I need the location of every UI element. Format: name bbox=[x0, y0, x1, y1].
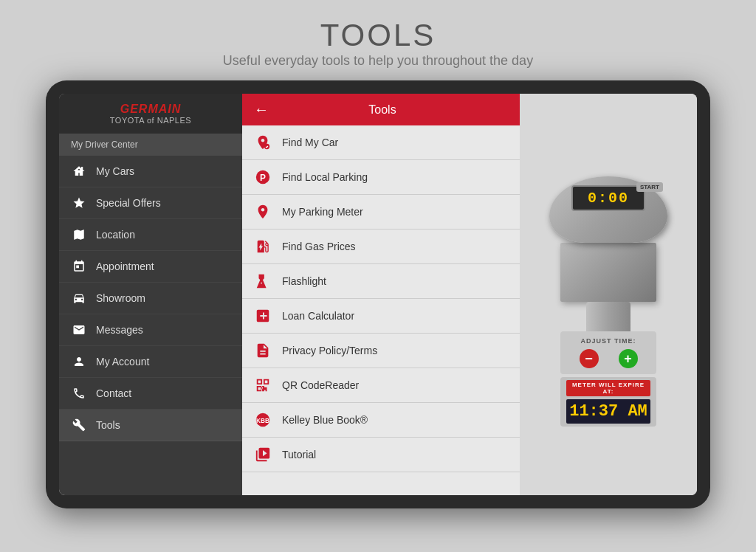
envelope-icon bbox=[71, 322, 87, 338]
meter-buttons-row: − + bbox=[569, 349, 647, 368]
sidebar-item-showroom[interactable]: Showroom bbox=[59, 283, 242, 314]
person-icon bbox=[71, 353, 87, 370]
tool-item-tutorial[interactable]: Tutorial bbox=[242, 438, 520, 472]
tool-item-privacy-policy[interactable]: Privacy Policy/Terms bbox=[242, 334, 520, 368]
tablet-device: GERMAIN TOYOTA of NAPLES My Driver Cente… bbox=[46, 80, 710, 508]
tutorial-icon bbox=[252, 444, 273, 465]
tool-item-privacy-policy-label: Privacy Policy/Terms bbox=[282, 345, 377, 356]
tool-item-my-parking-meter[interactable]: My Parking Meter bbox=[242, 195, 520, 230]
meter-head: 0:00 START bbox=[549, 176, 667, 243]
find-local-parking-icon: P bbox=[252, 167, 273, 187]
flashlight-icon bbox=[252, 271, 273, 291]
calendar-icon bbox=[71, 258, 87, 275]
sidebar-item-appointment-label: Appointment bbox=[96, 261, 154, 272]
meter-adjust-section: ADJUST TIME: − + bbox=[560, 331, 656, 374]
tools-icon bbox=[71, 417, 87, 433]
sidebar-driver-center-label: My Driver Center bbox=[59, 134, 242, 156]
tool-item-flashlight-label: Flashlight bbox=[282, 275, 326, 287]
car-icon bbox=[71, 290, 87, 306]
page-title: TOOLS bbox=[0, 18, 756, 53]
svg-text:P: P bbox=[260, 173, 266, 183]
tool-item-find-local-parking-label: Find Local Parking bbox=[282, 171, 368, 183]
tool-item-find-gas-prices[interactable]: Find Gas Prices bbox=[242, 230, 520, 264]
tool-item-find-my-car-label: Find My Car bbox=[282, 137, 338, 148]
tools-panel-title: Tools bbox=[278, 103, 487, 117]
page-subtitle: Useful everyday tools to help you throug… bbox=[0, 53, 756, 69]
tool-item-loan-calculator[interactable]: Loan Calculator bbox=[242, 299, 520, 334]
tools-panel: ← Tools Find My Car P Find Local Parking bbox=[242, 94, 520, 495]
sidebar-item-showroom-label: Showroom bbox=[96, 292, 145, 304]
back-button[interactable]: ← bbox=[254, 101, 269, 118]
qr-code-reader-icon bbox=[252, 375, 273, 396]
meter-expire-time: 11:37 AM bbox=[566, 399, 650, 424]
sidebar: GERMAIN TOYOTA of NAPLES My Driver Cente… bbox=[59, 94, 242, 495]
sidebar-item-tools-label: Tools bbox=[96, 419, 120, 431]
sidebar-item-my-account[interactable]: My Account bbox=[59, 346, 242, 378]
tools-list: Find My Car P Find Local Parking My Park… bbox=[242, 125, 520, 495]
sidebar-item-special-offers[interactable]: Special Offers bbox=[59, 187, 242, 219]
sidebar-item-location-label: Location bbox=[96, 229, 135, 241]
sidebar-item-my-cars-label: My Cars bbox=[96, 165, 134, 177]
svg-text:KBB: KBB bbox=[256, 418, 269, 424]
meter-adjust-label: ADJUST TIME: bbox=[569, 337, 647, 345]
tool-item-kelley-blue-book-label: Kelley Blue Book® bbox=[282, 414, 368, 426]
tool-item-qr-code-reader-label: QR CodeReader bbox=[282, 379, 359, 391]
sidebar-item-tools[interactable]: Tools bbox=[59, 410, 242, 441]
sidebar-item-my-cars[interactable]: My Cars bbox=[59, 156, 242, 187]
meter-start-button[interactable]: START bbox=[636, 182, 663, 192]
meter-body bbox=[560, 243, 656, 302]
page-header: TOOLS Useful everyday tools to help you … bbox=[0, 0, 756, 80]
tool-item-find-my-car[interactable]: Find My Car bbox=[242, 125, 520, 160]
meter-panel: 0:00 START ADJUST TIME: − + bbox=[520, 94, 697, 495]
sidebar-item-messages[interactable]: Messages bbox=[59, 314, 242, 346]
meter-minus-button[interactable]: − bbox=[580, 349, 599, 368]
meter-visual: 0:00 START ADJUST TIME: − + bbox=[535, 176, 682, 413]
meter-plus-button[interactable]: + bbox=[619, 349, 638, 368]
sidebar-item-my-account-label: My Account bbox=[96, 356, 149, 368]
sidebar-item-location[interactable]: Location bbox=[59, 219, 242, 251]
tool-item-find-gas-prices-label: Find Gas Prices bbox=[282, 241, 356, 252]
sidebar-item-contact[interactable]: Contact bbox=[59, 378, 242, 410]
tool-item-kelley-blue-book[interactable]: KBB Kelley Blue Book® bbox=[242, 403, 520, 438]
logo-toyota: TOYOTA of NAPLES bbox=[110, 116, 191, 125]
star-icon bbox=[71, 195, 87, 211]
tools-panel-header: ← Tools bbox=[242, 94, 520, 125]
meter-display-time: 0:00 bbox=[588, 190, 629, 207]
phone-icon bbox=[71, 385, 87, 401]
sidebar-item-appointment[interactable]: Appointment bbox=[59, 251, 242, 283]
sidebar-item-special-offers-label: Special Offers bbox=[96, 197, 161, 209]
tool-item-loan-calculator-label: Loan Calculator bbox=[282, 310, 354, 322]
garage-icon bbox=[71, 163, 87, 179]
logo-germain: GERMAIN bbox=[120, 103, 182, 116]
tool-item-my-parking-meter-label: My Parking Meter bbox=[282, 206, 363, 218]
sidebar-item-messages-label: Messages bbox=[96, 324, 143, 336]
privacy-policy-icon bbox=[252, 340, 273, 361]
meter-expire-section: METER WILL EXPIRE AT: 11:37 AM bbox=[560, 377, 656, 427]
map-icon bbox=[71, 227, 87, 243]
find-gas-prices-icon bbox=[252, 236, 273, 257]
kelley-blue-book-icon: KBB bbox=[252, 410, 273, 430]
meter-display: 0:00 bbox=[571, 185, 645, 211]
loan-calculator-icon bbox=[252, 306, 273, 326]
sidebar-logo: GERMAIN TOYOTA of NAPLES bbox=[59, 94, 242, 134]
tool-item-qr-code-reader[interactable]: QR CodeReader bbox=[242, 368, 520, 403]
tool-item-find-local-parking[interactable]: P Find Local Parking bbox=[242, 160, 520, 195]
my-parking-meter-icon bbox=[252, 201, 273, 222]
meter-expire-label: METER WILL EXPIRE AT: bbox=[566, 380, 650, 396]
tablet-screen: GERMAIN TOYOTA of NAPLES My Driver Cente… bbox=[59, 94, 697, 495]
tool-item-tutorial-label: Tutorial bbox=[282, 449, 316, 460]
find-my-car-icon bbox=[252, 132, 273, 153]
tool-item-flashlight[interactable]: Flashlight bbox=[242, 264, 520, 299]
sidebar-item-contact-label: Contact bbox=[96, 387, 131, 399]
